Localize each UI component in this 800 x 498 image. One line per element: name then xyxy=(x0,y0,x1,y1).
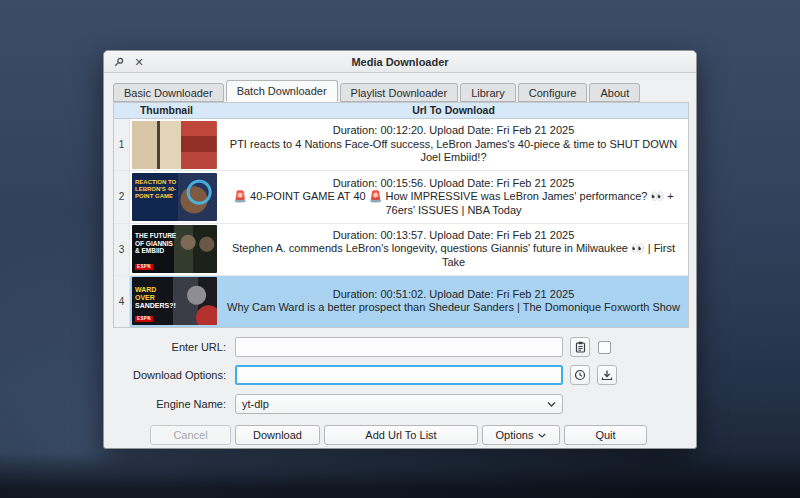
video-meta: Duration: 00:13:57. Upload Date: Fri Feb… xyxy=(225,229,682,243)
row-number: 2 xyxy=(114,171,130,222)
tab-library[interactable]: Library xyxy=(460,83,516,102)
history-button[interactable] xyxy=(570,365,590,385)
close-icon[interactable]: ✕ xyxy=(132,55,146,69)
thumbnail-cell xyxy=(130,119,219,170)
video-title: Stephen A. commends LeBron's longevity, … xyxy=(225,242,682,269)
options-button[interactable]: Options xyxy=(482,425,560,445)
download-options-preset-button[interactable] xyxy=(597,365,617,385)
thumbnail-cell: Ward overSanders?! ESPN xyxy=(130,276,219,327)
thumbnail-caption: Reaction to LeBron's 40-point game xyxy=(135,179,179,200)
thumbnail-caption: The Future of Giannis & Embiid xyxy=(135,232,177,255)
paste-clipboard-button[interactable] xyxy=(570,337,590,357)
engine-name-label: Engine Name: xyxy=(113,398,226,410)
action-buttons: Cancel Download Add Url To List Options … xyxy=(150,425,647,445)
row-number: 3 xyxy=(114,224,130,275)
video-meta: Duration: 00:12:20. Upload Date: Fri Feb… xyxy=(225,124,682,138)
video-title: Why Cam Ward is a better prospect than S… xyxy=(225,301,682,315)
thumbnail-image: The Future of Giannis & Embiid ESPN xyxy=(132,225,217,273)
column-header-url: Url To Download xyxy=(219,103,688,118)
video-meta: Duration: 00:51:02. Upload Date: Fri Feb… xyxy=(225,288,682,302)
engine-select[interactable]: yt-dlp xyxy=(235,394,563,414)
url-cell: Duration: 00:13:57. Upload Date: Fri Feb… xyxy=(219,224,688,275)
table-row-selected[interactable]: 4 Ward overSanders?! ESPN Duration: 00:5… xyxy=(114,276,688,327)
thumbnail-caption: Ward overSanders?! xyxy=(135,286,175,310)
chevron-down-icon xyxy=(547,401,556,407)
row-number: 1 xyxy=(114,119,130,170)
column-header-thumbnail: Thumbnail xyxy=(114,103,219,118)
download-options-input[interactable] xyxy=(235,365,563,385)
download-options-label: Download Options: xyxy=(113,369,226,381)
thumbnail-image xyxy=(132,121,217,169)
tab-playlist-downloader[interactable]: Playlist Downloader xyxy=(340,83,459,102)
table-row[interactable]: 3 The Future of Giannis & Embiid ESPN Du… xyxy=(114,224,688,276)
thumbnail-image: Reaction to LeBron's 40-point game xyxy=(132,173,217,221)
window-title: Media Downloader xyxy=(104,56,696,68)
download-list-table: Thumbnail Url To Download 1 Duration: 00… xyxy=(113,102,689,328)
url-cell: Duration: 00:15:56. Upload Date: Fri Feb… xyxy=(219,171,688,222)
espn-logo: ESPN xyxy=(135,316,153,322)
video-title: 🚨 40-POINT GAME AT 40 🚨 How IMPRESSIVE w… xyxy=(225,190,682,217)
url-input[interactable] xyxy=(235,337,563,357)
row-number: 4 xyxy=(114,276,130,327)
thumbnail-image: Ward overSanders?! ESPN xyxy=(132,277,217,325)
titlebar[interactable]: ✕ Media Downloader xyxy=(104,51,696,73)
pin-icon[interactable] xyxy=(112,55,126,69)
chevron-down-icon xyxy=(538,433,546,438)
download-button[interactable]: Download xyxy=(235,425,320,445)
tab-batch-downloader[interactable]: Batch Downloader xyxy=(226,80,338,102)
espn-logo: ESPN xyxy=(135,264,153,270)
tab-about[interactable]: About xyxy=(589,83,640,102)
thumbnail-cell: The Future of Giannis & Embiid ESPN xyxy=(130,224,219,275)
tab-configure[interactable]: Configure xyxy=(518,83,588,102)
clipboard-monitor-checkbox[interactable] xyxy=(598,341,611,354)
engine-selected-value: yt-dlp xyxy=(242,398,269,410)
tab-basic-downloader[interactable]: Basic Downloader xyxy=(113,83,224,102)
url-cell: Duration: 00:12:20. Upload Date: Fri Feb… xyxy=(219,119,688,170)
url-cell: Duration: 00:51:02. Upload Date: Fri Feb… xyxy=(219,276,688,327)
table-row[interactable]: 1 Duration: 00:12:20. Upload Date: Fri F… xyxy=(114,119,688,171)
video-meta: Duration: 00:15:56. Upload Date: Fri Feb… xyxy=(225,177,682,191)
thumbnail-cell: Reaction to LeBron's 40-point game xyxy=(130,171,219,222)
add-url-to-list-button[interactable]: Add Url To List xyxy=(324,425,478,445)
tab-bar: Basic Downloader Batch Downloader Playli… xyxy=(113,80,642,102)
app-window: ✕ Media Downloader Basic Downloader Batc… xyxy=(103,50,697,449)
cancel-button[interactable]: Cancel xyxy=(150,425,231,445)
enter-url-label: Enter URL: xyxy=(113,341,226,353)
quit-button[interactable]: Quit xyxy=(564,425,647,445)
table-header: Thumbnail Url To Download xyxy=(114,103,688,119)
video-title: PTI reacts to 4 Nations Face-Off success… xyxy=(225,138,682,165)
table-row[interactable]: 2 Reaction to LeBron's 40-point game Dur… xyxy=(114,171,688,223)
